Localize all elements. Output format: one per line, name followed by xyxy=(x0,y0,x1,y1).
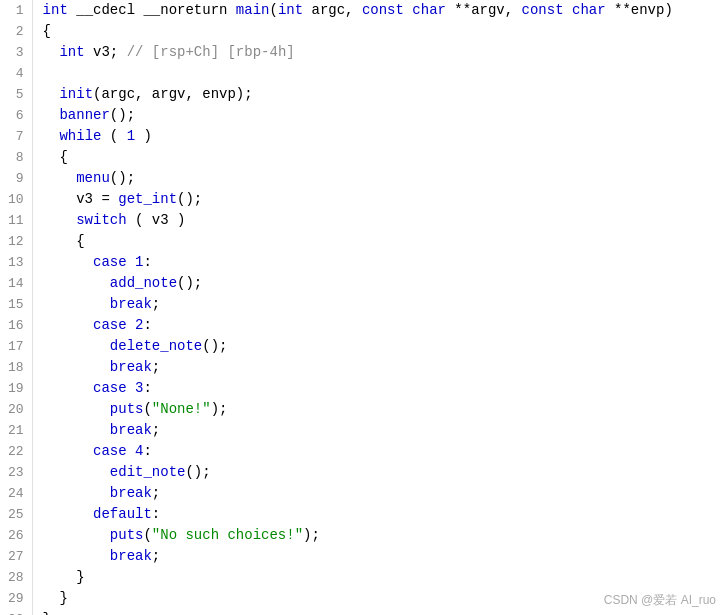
code-token: __cdecl __noreturn xyxy=(68,2,236,18)
line-number: 2 xyxy=(0,21,32,42)
code-token: ; xyxy=(152,359,160,375)
code-line: } xyxy=(32,567,728,588)
table-row: 22 case 4: xyxy=(0,441,728,462)
code-token: const xyxy=(522,2,564,18)
code-token: (); xyxy=(110,170,135,186)
table-row: 15 break; xyxy=(0,294,728,315)
table-row: 3 int v3; // [rsp+Ch] [rbp-4h] xyxy=(0,42,728,63)
table-row: 8 { xyxy=(0,147,728,168)
line-number: 1 xyxy=(0,0,32,21)
code-token: } xyxy=(43,569,85,585)
code-token xyxy=(127,254,135,270)
code-token xyxy=(43,485,110,501)
code-token: default xyxy=(93,506,152,522)
line-number: 22 xyxy=(0,441,32,462)
code-line: init(argc, argv, envp); xyxy=(32,84,728,105)
code-token: : xyxy=(143,254,151,270)
code-line: while ( 1 ) xyxy=(32,126,728,147)
line-number: 8 xyxy=(0,147,32,168)
code-token: ( xyxy=(101,128,126,144)
table-row: 25 default: xyxy=(0,504,728,525)
code-line: default: xyxy=(32,504,728,525)
code-token: { xyxy=(43,23,51,39)
table-row: 23 edit_note(); xyxy=(0,462,728,483)
code-token: ( xyxy=(143,527,151,543)
code-token xyxy=(43,548,110,564)
code-token: ; xyxy=(152,548,160,564)
line-number: 16 xyxy=(0,315,32,336)
line-number: 23 xyxy=(0,462,32,483)
code-token: case xyxy=(93,380,127,396)
code-token xyxy=(43,506,93,522)
code-container: 1int __cdecl __noreturn main(int argc, c… xyxy=(0,0,728,615)
code-token: 1 xyxy=(127,128,135,144)
watermark: CSDN @爱若 AI_ruo xyxy=(604,592,716,609)
code-token: (); xyxy=(202,338,227,354)
code-token: **envp) xyxy=(606,2,673,18)
code-token: } xyxy=(43,611,51,615)
table-row: 17 delete_note(); xyxy=(0,336,728,357)
line-number: 12 xyxy=(0,231,32,252)
code-token: { xyxy=(43,149,68,165)
code-token: case xyxy=(93,443,127,459)
code-line: switch ( v3 ) xyxy=(32,210,728,231)
code-token xyxy=(127,380,135,396)
code-token: main xyxy=(236,2,270,18)
code-token: break xyxy=(110,422,152,438)
code-token: puts xyxy=(110,401,144,417)
code-token: delete_note xyxy=(110,338,202,354)
code-token xyxy=(43,527,110,543)
code-line: { xyxy=(32,231,728,252)
code-token: case xyxy=(93,254,127,270)
code-token: ; xyxy=(152,296,160,312)
code-line: break; xyxy=(32,357,728,378)
code-line: puts("No such choices!"); xyxy=(32,525,728,546)
line-number: 25 xyxy=(0,504,32,525)
code-token xyxy=(43,44,60,60)
table-row: 19 case 3: xyxy=(0,378,728,399)
code-token: (argc, argv, envp); xyxy=(93,86,253,102)
line-number: 9 xyxy=(0,168,32,189)
code-line: break; xyxy=(32,546,728,567)
line-number: 13 xyxy=(0,252,32,273)
code-token xyxy=(43,443,93,459)
table-row: 18 break; xyxy=(0,357,728,378)
code-token: argc, xyxy=(303,2,362,18)
code-line: break; xyxy=(32,420,728,441)
code-token: int xyxy=(43,2,68,18)
code-token: break xyxy=(110,548,152,564)
table-row: 20 puts("None!"); xyxy=(0,399,728,420)
code-token: break xyxy=(110,485,152,501)
code-line: case 4: xyxy=(32,441,728,462)
code-token: // [rsp+Ch] [rbp-4h] xyxy=(127,44,295,60)
table-row: 12 { xyxy=(0,231,728,252)
table-row: 4 xyxy=(0,63,728,84)
table-row: 11 switch ( v3 ) xyxy=(0,210,728,231)
table-row: 1int __cdecl __noreturn main(int argc, c… xyxy=(0,0,728,21)
code-token: (); xyxy=(110,107,135,123)
line-number: 5 xyxy=(0,84,32,105)
code-token: while xyxy=(59,128,101,144)
table-row: 28 } xyxy=(0,567,728,588)
code-line: break; xyxy=(32,294,728,315)
table-row: 6 banner(); xyxy=(0,105,728,126)
code-line: break; xyxy=(32,483,728,504)
line-number: 4 xyxy=(0,63,32,84)
table-row: 24 break; xyxy=(0,483,728,504)
code-line: delete_note(); xyxy=(32,336,728,357)
code-token: break xyxy=(110,359,152,375)
code-token: char xyxy=(412,2,446,18)
code-token: int xyxy=(59,44,84,60)
table-row: 5 init(argc, argv, envp); xyxy=(0,84,728,105)
code-line: add_note(); xyxy=(32,273,728,294)
line-number: 21 xyxy=(0,420,32,441)
line-number: 28 xyxy=(0,567,32,588)
line-number: 11 xyxy=(0,210,32,231)
code-token xyxy=(127,443,135,459)
code-token xyxy=(43,296,110,312)
code-token: **argv, xyxy=(446,2,522,18)
line-number: 24 xyxy=(0,483,32,504)
code-token: ( v3 ) xyxy=(127,212,186,228)
code-line: case 2: xyxy=(32,315,728,336)
code-token: const xyxy=(362,2,404,18)
